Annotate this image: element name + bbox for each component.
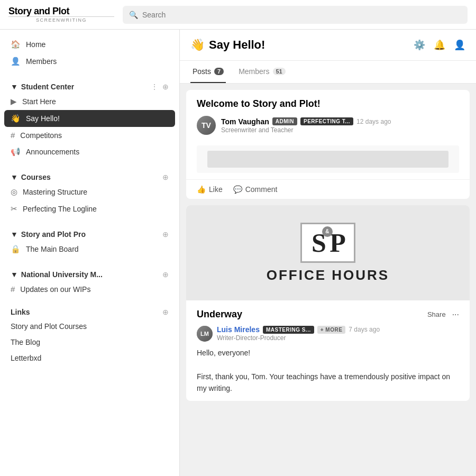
sidebar-link-courses[interactable]: Story and Plot Courses — [0, 318, 179, 334]
post1-time: 12 days ago — [356, 118, 391, 125]
student-center-title: ▼ Student Center — [11, 83, 74, 91]
student-center-actions: ⋮ ⊕ — [151, 83, 169, 91]
post1-preview-text — [207, 151, 448, 168]
post2-author-row: LM Luis Mireles MASTERING S... + MORE 7 … — [197, 325, 459, 342]
logo-sub: SCREENWRITING — [8, 16, 114, 23]
triangle-icon-courses: ▼ — [11, 173, 18, 181]
person-icon[interactable]: 👤 — [454, 39, 465, 51]
post2-more-btn[interactable]: ··· — [452, 310, 459, 319]
post2-avatar-wrapper: LM — [197, 326, 213, 342]
sidebar-item-mastering-structure[interactable]: ◎ Mastering Structure — [0, 184, 179, 200]
post1-title: Welcome to Story and Plot! — [197, 98, 459, 109]
sidebar-item-updates-wips[interactable]: # Updates on our WIPs — [0, 281, 179, 297]
story-plot-pro-title: ▼ Story and Plot Pro — [11, 230, 86, 239]
logo-main: Story and Plot — [8, 6, 69, 17]
post2-author-subtitle: Writer-Director-Producer — [217, 334, 380, 342]
post1-author-meta: Tom Vaughan ADMIN PERFECTING T... 12 day… — [221, 117, 391, 126]
members-icon: 👤 — [11, 57, 21, 66]
national-university-header: ▼ National University M... ⊕ — [0, 264, 179, 281]
student-center-add-btn[interactable]: ⊕ — [162, 83, 169, 91]
national-university-add-btn[interactable]: ⊕ — [162, 270, 169, 279]
post1-author-info: Tom Vaughan ADMIN PERFECTING T... 12 day… — [221, 117, 391, 134]
sidebar-item-competitions[interactable]: # Competitons — [0, 127, 179, 143]
sidebar-item-home[interactable]: 🏠 Home — [0, 36, 179, 53]
post1-actions: 👍 Like 💬 Comment — [186, 179, 470, 199]
home-icon: 🏠 — [11, 40, 21, 49]
sidebar-link-letterbxd[interactable]: Letterbxd — [0, 350, 179, 366]
sidebar-item-members[interactable]: 👤 Members — [0, 53, 179, 70]
post2-title: Underway — [197, 309, 242, 320]
sidebar-item-perfecting-logline[interactable]: ✂ Perfecting The Logline — [0, 200, 179, 217]
post1-avatar: TV — [197, 116, 216, 135]
national-university-title: ▼ National University M... — [11, 270, 103, 279]
tab-members[interactable]: Members 51 — [236, 61, 288, 83]
post2-header: Underway Share ··· — [197, 309, 459, 320]
post2-time: 7 days ago — [349, 326, 380, 333]
post1-author-name: Tom Vaughan — [221, 117, 269, 126]
sidebar-item-main-board[interactable]: 🔒 The Main Board — [0, 241, 179, 258]
sp-box-wrapper: S P & — [300, 223, 355, 263]
like-icon: 👍 — [197, 185, 206, 194]
national-university-actions: ⊕ — [162, 270, 169, 279]
members-count-badge: 51 — [273, 68, 286, 75]
post1-comment-btn[interactable]: 💬 Comment — [233, 185, 278, 194]
settings-icon[interactable]: ⚙️ — [414, 39, 425, 51]
comment-icon: 💬 — [233, 185, 242, 194]
sidebar-item-announcements[interactable]: 📢 Announcements — [0, 143, 179, 160]
sidebar-item-say-hello[interactable]: 👋 Say Hello! — [4, 110, 175, 127]
story-plot-pro-add-btn[interactable]: ⊕ — [162, 230, 169, 239]
channel-title: 👋 Say Hello! — [190, 38, 265, 52]
tab-posts[interactable]: Posts 7 — [190, 61, 226, 83]
post1-like-btn[interactable]: 👍 Like — [197, 185, 223, 194]
hash-icon: # — [11, 131, 15, 140]
post2-body: Hello, everyone! First, thank you, Tom. … — [197, 347, 459, 395]
search-input[interactable] — [142, 11, 461, 19]
tools-icon: ✂ — [11, 204, 17, 214]
main-layout: 🏠 Home 👤 Members ▼ Student Center ⋮ ⊕ ▶ … — [0, 30, 476, 476]
post1-admin-badge: ADMIN — [272, 117, 297, 125]
courses-title: ▼ Courses — [11, 173, 51, 181]
logo-area: Story and Plot SCREENWRITING — [8, 6, 114, 23]
post1-avatar-placeholder: TV — [197, 116, 216, 135]
wave-icon: 👋 — [11, 114, 21, 123]
post2-content: Underway Share ··· LM — [186, 300, 470, 401]
links-add-btn[interactable]: ⊕ — [162, 308, 169, 316]
channel-actions: ⚙️ 🔔 👤 — [414, 39, 465, 51]
post1-header: Welcome to Story and Plot! TV Tom Vaugha… — [186, 90, 470, 141]
courses-actions: ⊕ — [162, 173, 169, 181]
post2-avatar-placeholder: LM — [197, 326, 213, 342]
triangle-icon-nu: ▼ — [11, 270, 18, 279]
links-header: Links ⊕ — [0, 301, 179, 318]
student-center-header: ▼ Student Center ⋮ ⊕ — [0, 76, 179, 93]
office-hours-image: S P & OFFICE HOURS — [186, 205, 470, 300]
story-plot-pro-actions: ⊕ — [162, 230, 169, 239]
bell-icon[interactable]: 🔔 — [434, 39, 445, 51]
channel-emoji: 👋 — [190, 38, 205, 52]
links-title: Links — [11, 308, 30, 316]
announcements-icon: 📢 — [11, 147, 21, 157]
post1-author-subtitle: Screenwriter and Teacher — [221, 126, 391, 134]
sidebar-members-label: Members — [26, 57, 57, 66]
top-bar: Story and Plot SCREENWRITING 🔍 — [0, 0, 476, 30]
story-plot-pro-header: ▼ Story and Plot Pro ⊕ — [0, 224, 179, 241]
search-bar[interactable]: 🔍 — [123, 6, 468, 24]
play-icon: ▶ — [11, 97, 17, 106]
posts-feed: Welcome to Story and Plot! TV Tom Vaugha… — [180, 84, 476, 407]
triangle-icon: ▼ — [11, 83, 18, 91]
post1-course-badge: PERFECTING T... — [300, 117, 353, 125]
sp-box: S P & — [300, 223, 355, 263]
post1-author-row: TV Tom Vaughan ADMIN PERFECTING T... 12 … — [197, 116, 459, 135]
sidebar-item-start-here[interactable]: ▶ Start Here — [0, 93, 179, 110]
post2-more-badge: + MORE — [317, 326, 346, 334]
post2-author-name: Luis Mireles — [217, 325, 260, 334]
student-center-menu-btn[interactable]: ⋮ — [151, 83, 158, 91]
post2-course-badge: MASTERING S... — [263, 326, 314, 334]
courses-add-btn[interactable]: ⊕ — [162, 173, 169, 181]
post2-share-btn[interactable]: Share — [427, 310, 446, 318]
sidebar-link-blog[interactable]: The Blog — [0, 334, 179, 350]
post2-body-line1: Hello, everyone! — [197, 347, 459, 359]
sidebar-home-label: Home — [26, 40, 45, 49]
lock-icon: 🔒 — [11, 244, 21, 254]
post2-avatar: LM — [197, 326, 213, 342]
post2-author-info: Luis Mireles MASTERING S... + MORE 7 day… — [217, 325, 380, 342]
